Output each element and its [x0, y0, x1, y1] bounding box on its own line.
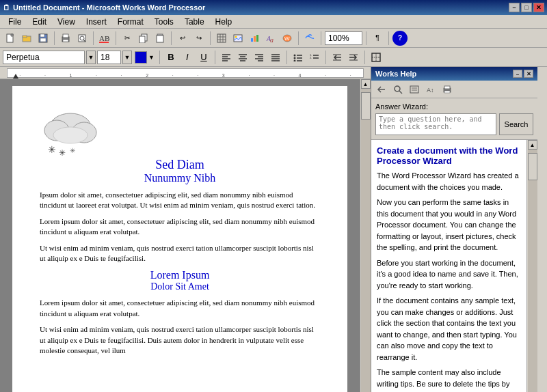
menu-file[interactable]: File	[3, 15, 27, 28]
align-right-button[interactable]	[252, 50, 267, 65]
print-preview-button[interactable]	[75, 31, 90, 46]
toolbar-sep3	[116, 31, 116, 45]
scroll-track[interactable]	[361, 89, 371, 392]
bold-button[interactable]: B	[163, 50, 178, 65]
doc-scroll-area: ✳ ✳ ✳ Sed Diam Nunummy Nibh Ipsum dolor …	[0, 79, 360, 392]
help-text-area: Create a document with the Word Processo…	[371, 140, 526, 392]
svg-rect-2	[23, 36, 27, 38]
menu-help[interactable]: Help	[210, 15, 238, 28]
doc-heading2: Nunummy Nibh	[40, 172, 320, 184]
paste-button[interactable]	[152, 31, 168, 46]
help-back-button[interactable]	[374, 82, 389, 97]
insert-picture-button[interactable]	[230, 31, 245, 46]
align-center-button[interactable]	[235, 50, 250, 65]
toolbar-sep2	[93, 31, 94, 45]
menu-view[interactable]: View	[52, 15, 81, 28]
font-name-arrow[interactable]: ▼	[86, 51, 96, 64]
answer-wizard-input[interactable]	[375, 113, 496, 135]
toolbar-sep4	[171, 31, 172, 45]
help-scroll-thumb[interactable]	[528, 153, 537, 180]
help-search-button[interactable]	[390, 82, 405, 97]
font-color-arrow[interactable]: ▼	[148, 54, 155, 61]
help-content: Create a document with the Word Processo…	[371, 140, 537, 392]
fmt-sep3	[286, 51, 287, 64]
help-section-title: Create a document with the Word Processo…	[377, 145, 521, 166]
help-scroll-track[interactable]	[528, 150, 537, 392]
fmt-sep2	[215, 51, 215, 64]
help-close-button[interactable]: ✕	[524, 70, 533, 78]
insert-chart-button[interactable]	[247, 31, 262, 46]
svg-point-52	[293, 59, 295, 61]
scroll-up-button[interactable]: ▲	[361, 79, 371, 89]
svg-rect-17	[157, 36, 163, 42]
answer-wizard-label: Answer Wizard:	[375, 102, 533, 111]
toolbar1: ABC ✂ ↩ ↪ Aa W 100% ¶ ?	[0, 29, 547, 48]
doc-heading4: Dolor Sit Amet	[40, 281, 320, 292]
new-button[interactable]	[3, 31, 18, 46]
font-size-dropdown[interactable]: 18	[97, 51, 121, 64]
copy-button[interactable]	[136, 31, 151, 46]
title-bar-buttons: – □ ✕	[509, 3, 544, 12]
answer-wizard: Answer Wizard: Search	[371, 98, 537, 140]
open-button[interactable]	[19, 31, 34, 46]
svg-rect-4	[40, 34, 44, 37]
document: ✳ ✳ ✳ Sed Diam Nunummy Nibh Ipsum dolor …	[12, 86, 347, 392]
close-button[interactable]: ✕	[533, 3, 544, 12]
cut-button[interactable]: ✂	[120, 31, 135, 46]
menu-table[interactable]: Table	[179, 15, 210, 28]
italic-button[interactable]: I	[180, 50, 195, 65]
menu-tools[interactable]: Tools	[149, 15, 179, 28]
svg-rect-78	[410, 86, 418, 93]
help-print-button[interactable]	[440, 82, 455, 97]
snow-cloud-image: ✳ ✳ ✳	[40, 107, 105, 158]
search-button[interactable]: Search	[499, 113, 533, 135]
svg-text:W: W	[284, 36, 290, 42]
paragraph-marks-button[interactable]: ¶	[370, 31, 385, 46]
svg-text:✳: ✳	[48, 145, 56, 155]
menu-insert[interactable]: Insert	[81, 15, 112, 28]
save-button[interactable]	[36, 31, 51, 46]
help-contents-button[interactable]	[407, 82, 422, 97]
font-name-dropdown[interactable]: Perpetua	[3, 51, 85, 64]
font-size-arrow[interactable]: ▼	[122, 51, 132, 64]
increase-indent-button[interactable]	[346, 50, 361, 65]
help-button[interactable]: ?	[392, 31, 408, 46]
works-art-button[interactable]: W	[280, 31, 295, 46]
svg-text:✳: ✳	[59, 148, 66, 158]
insert-table-button[interactable]	[214, 31, 229, 46]
help-index-button[interactable]: A↕	[423, 82, 438, 97]
bullet-list-button[interactable]	[291, 50, 306, 65]
spell-check-button[interactable]: ABC	[97, 31, 112, 46]
help-toolbar: A↕	[371, 81, 537, 98]
word-art-button[interactable]: Aa	[263, 31, 278, 46]
align-left-button[interactable]	[219, 50, 234, 65]
decrease-indent-button[interactable]	[330, 50, 345, 65]
print-button[interactable]	[58, 31, 73, 46]
zoom-dropdown[interactable]: 100%	[325, 31, 362, 45]
help-scroll-up[interactable]: ▲	[528, 140, 537, 150]
svg-rect-8	[63, 40, 68, 42]
help-scroll: Create a document with the Word Processo…	[371, 140, 537, 392]
scroll-thumb[interactable]	[361, 92, 371, 120]
menu-format[interactable]: Format	[112, 15, 149, 28]
svg-point-24	[235, 36, 237, 38]
justify-button[interactable]	[268, 50, 283, 65]
hyperlink-button[interactable]	[302, 31, 317, 46]
toolbar-sep6	[298, 31, 299, 45]
app-icon: 🗒	[3, 3, 10, 12]
font-color-button[interactable]	[135, 51, 147, 64]
menu-bar: File Edit View Insert Format Tools Table…	[0, 15, 547, 29]
fmt-sep1	[159, 51, 160, 64]
svg-rect-15	[139, 36, 145, 43]
underline-button[interactable]: U	[196, 50, 211, 65]
undo-button[interactable]: ↩	[175, 31, 190, 46]
number-list-button[interactable]: 1.2.	[307, 50, 322, 65]
help-title: Works Help	[375, 70, 416, 78]
minimize-button[interactable]: –	[509, 3, 520, 12]
maximize-button[interactable]: □	[521, 3, 532, 12]
borders-button[interactable]	[369, 50, 384, 65]
help-minimize-button[interactable]: –	[513, 70, 522, 78]
redo-button[interactable]: ↪	[191, 31, 206, 46]
vertical-scrollbar: ▲ ▼	[360, 79, 371, 392]
menu-edit[interactable]: Edit	[27, 15, 52, 28]
